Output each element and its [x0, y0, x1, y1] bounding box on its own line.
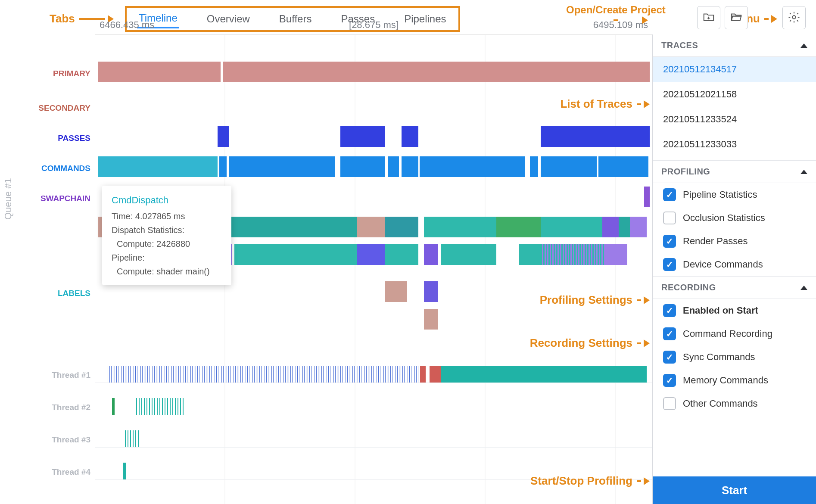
track-seg[interactable]: [541, 217, 602, 237]
timeline-surface[interactable]: 6466.435 ms [28.675 ms] 6495.109 ms: [95, 34, 652, 504]
side-panel: TRACES 20210512134517 20210512021158 202…: [652, 34, 816, 504]
track-seg[interactable]: [441, 244, 496, 265]
row-thread-3[interactable]: [95, 430, 652, 448]
row-labels-b[interactable]: [95, 309, 652, 330]
track-seg[interactable]: [496, 217, 541, 237]
commands-seg[interactable]: [530, 156, 538, 177]
track-seg[interactable]: [424, 217, 496, 237]
panel-header-traces[interactable]: TRACES: [653, 34, 816, 57]
checkbox-icon: [663, 304, 676, 317]
chk-command-recording[interactable]: Command Recording: [653, 322, 816, 345]
thread1-seg[interactable]: [430, 366, 441, 383]
row-label-thread-4: Thread #4: [52, 467, 90, 477]
thread2-seg[interactable]: [112, 398, 115, 415]
tooltip-time: Time: 4.027865 ms: [112, 209, 222, 223]
chk-label: Command Recording: [683, 328, 772, 339]
row-primary[interactable]: [95, 62, 652, 82]
trace-item[interactable]: 20210512021158: [653, 82, 816, 107]
commands-seg[interactable]: [229, 156, 335, 177]
thread2-seg[interactable]: [134, 398, 184, 415]
new-project-button[interactable]: [697, 6, 720, 29]
chk-other-commands[interactable]: Other Commands: [653, 392, 816, 415]
track-seg[interactable]: [541, 244, 605, 265]
chevron-up-icon: [800, 170, 807, 174]
row-thread-1[interactable]: [95, 366, 652, 383]
commands-seg[interactable]: [388, 156, 399, 177]
track-seg[interactable]: [605, 244, 627, 265]
annotation-open-create: Open/Create Project: [566, 4, 639, 16]
row-label-thread-2: Thread #2: [52, 403, 90, 412]
checkbox-icon: [663, 235, 676, 248]
trace-item[interactable]: 20210512134517: [653, 57, 816, 82]
row-thread-2[interactable]: [95, 398, 652, 415]
row-thread-4[interactable]: [95, 463, 652, 480]
chk-render-passes[interactable]: Render Passes: [653, 230, 816, 253]
gear-icon: [788, 11, 800, 25]
passes-seg[interactable]: [218, 126, 229, 147]
commands-seg[interactable]: [402, 156, 418, 177]
trace-item[interactable]: 20210511233033: [653, 132, 816, 157]
chk-sync-commands[interactable]: Sync Commands: [653, 345, 816, 369]
chk-label: Other Commands: [683, 398, 758, 409]
primary-seg[interactable]: [223, 62, 649, 82]
annotation-recording-settings: Recording Settings: [530, 336, 650, 350]
row-labels: PRIMARY SECONDARY PASSES COMMANDS SWAPCH…: [17, 34, 95, 504]
commands-seg[interactable]: [219, 156, 227, 177]
chk-device-commands[interactable]: Device Commands: [653, 253, 816, 276]
track-seg[interactable]: [357, 244, 385, 265]
track-seg[interactable]: [424, 244, 438, 265]
thread4-seg[interactable]: [123, 463, 127, 479]
tooltip: CmdDispatch Time: 4.027865 ms Dispatch S…: [102, 186, 231, 285]
labels-seg[interactable]: [424, 309, 438, 330]
track-seg[interactable]: [234, 244, 357, 265]
open-project-button[interactable]: [725, 6, 748, 29]
panel-header-recording[interactable]: RECORDING: [653, 276, 816, 299]
row-label-labels: LABELS: [58, 289, 90, 298]
thread1-seg[interactable]: [441, 366, 647, 383]
commands-seg[interactable]: [420, 156, 526, 177]
thread1-seg[interactable]: [420, 366, 426, 383]
labels-seg[interactable]: [385, 281, 407, 302]
traces-list: 20210512134517 20210512021158 2021051123…: [653, 57, 816, 160]
checkbox-icon: [663, 351, 676, 364]
track-seg[interactable]: [602, 217, 619, 237]
row-label-secondary: SECONDARY: [38, 103, 90, 113]
commands-seg[interactable]: [598, 156, 648, 177]
row-passes[interactable]: [95, 126, 652, 147]
panel-header-profiling[interactable]: PROFILING: [653, 160, 816, 183]
primary-seg[interactable]: [98, 62, 220, 82]
track-seg[interactable]: [223, 217, 357, 237]
track-seg[interactable]: [619, 217, 630, 237]
panel-title-profiling: PROFILING: [661, 167, 710, 177]
chk-enabled-on-start[interactable]: Enabled on Start: [653, 299, 816, 322]
row-commands[interactable]: [95, 156, 652, 177]
labels-seg[interactable]: [424, 281, 438, 302]
track-seg[interactable]: [630, 217, 647, 237]
annotation-list-of-traces: List of Traces: [560, 97, 650, 111]
chk-pipeline-statistics[interactable]: Pipeline Statistics: [653, 183, 816, 206]
commands-seg[interactable]: [340, 156, 385, 177]
start-button[interactable]: Start: [653, 476, 816, 504]
track-seg[interactable]: [385, 244, 418, 265]
time-end: 6495.109 ms: [593, 19, 648, 31]
trace-item[interactable]: 20210511232210: [653, 157, 816, 160]
passes-seg[interactable]: [402, 126, 418, 147]
thread3-seg[interactable]: [123, 430, 140, 447]
menu-button[interactable]: [782, 6, 806, 29]
commands-seg[interactable]: [98, 156, 115, 177]
track-seg[interactable]: [385, 217, 418, 237]
commands-seg[interactable]: [115, 156, 218, 177]
trace-item[interactable]: 20210511233524: [653, 107, 816, 132]
commands-seg[interactable]: [541, 156, 596, 177]
time-start: 6466.435 ms: [100, 19, 154, 31]
row-label-thread-1: Thread #1: [52, 370, 90, 380]
chk-occlusion-statistics[interactable]: Occlusion Statistics: [653, 206, 816, 230]
checkbox-icon: [663, 258, 676, 271]
passes-seg[interactable]: [340, 126, 385, 147]
swapchain-seg[interactable]: [644, 187, 650, 207]
chk-memory-commands[interactable]: Memory Commands: [653, 369, 816, 392]
track-seg[interactable]: [357, 217, 385, 237]
thread1-stripes[interactable]: [106, 366, 418, 383]
track-seg[interactable]: [519, 244, 541, 265]
passes-seg[interactable]: [541, 126, 649, 147]
